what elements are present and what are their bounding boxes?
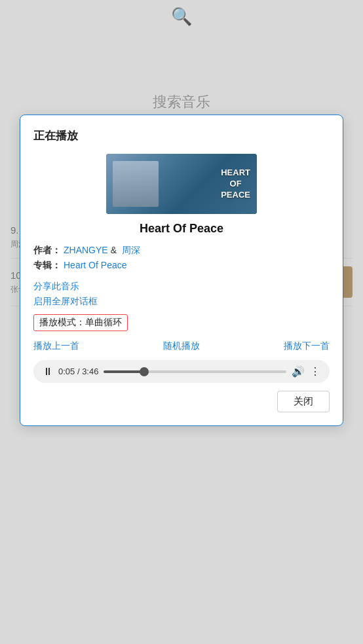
song-title: Heart Of Peace (33, 222, 330, 236)
playmode-badge[interactable]: 播放模式：单曲循环 (33, 314, 128, 331)
album-art: HEARTOFPEACE (106, 154, 257, 214)
album-art-inner: HEARTOFPEACE (106, 154, 257, 214)
prev-button[interactable]: 播放上一首 (33, 340, 79, 352)
author-value-2[interactable]: 周深 (122, 245, 140, 257)
album-value[interactable]: Heart Of Peace (64, 260, 127, 270)
modal-title: 正在播放 (33, 128, 330, 143)
now-playing-modal: 正在播放 HEARTOFPEACE Heart Of Peace 作者： ZHA… (20, 115, 343, 426)
player-time: 0:05 / 3:46 (58, 367, 98, 376)
player-bar: ⏸ 0:05 / 3:46 🔊 ⋮ (33, 360, 330, 383)
modal-links: 分享此音乐 启用全屏对话框 (33, 281, 330, 308)
next-button[interactable]: 播放下一首 (284, 340, 330, 352)
close-button[interactable]: 关闭 (277, 391, 330, 412)
progress-thumb[interactable] (140, 367, 149, 376)
share-link[interactable]: 分享此音乐 (33, 281, 330, 293)
song-meta: 作者： ZHANGYE & 周深 专辑： Heart Of Peace (33, 245, 330, 272)
album-row: 专辑： Heart Of Peace (33, 260, 330, 272)
volume-icon[interactable]: 🔊 (292, 365, 305, 378)
progress-fill (104, 370, 143, 373)
author-sep: & (111, 245, 117, 255)
close-row: 关闭 (33, 391, 330, 412)
random-button[interactable]: 随机播放 (163, 340, 200, 352)
fullscreen-link[interactable]: 启用全屏对话框 (33, 296, 330, 308)
author-label: 作者： (33, 245, 61, 257)
album-art-text: HEARTOFPEACE (221, 168, 250, 201)
progress-track[interactable] (104, 370, 286, 373)
album-label: 专辑： (33, 260, 61, 272)
album-art-figure (113, 161, 159, 207)
author-value-1[interactable]: ZHANGYE (64, 245, 108, 255)
pause-button[interactable]: ⏸ (43, 366, 53, 378)
playback-controls: 播放上一首 随机播放 播放下一首 (33, 340, 330, 352)
more-icon[interactable]: ⋮ (310, 365, 320, 378)
author-row: 作者： ZHANGYE & 周深 (33, 245, 330, 257)
